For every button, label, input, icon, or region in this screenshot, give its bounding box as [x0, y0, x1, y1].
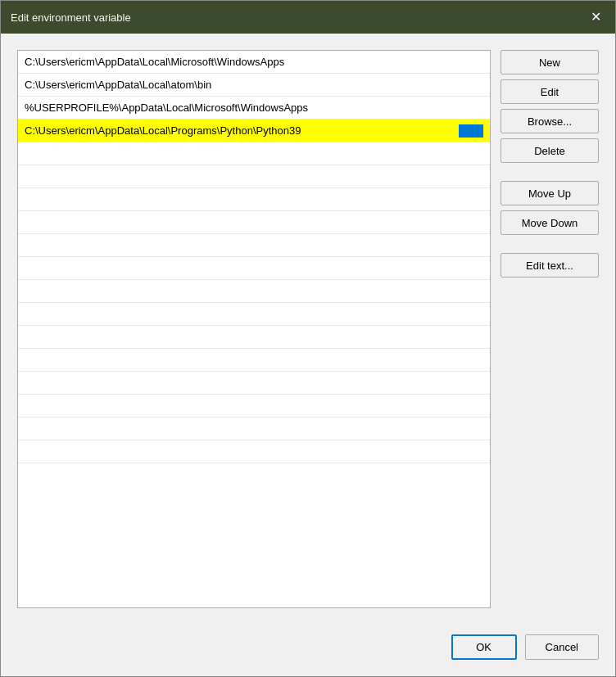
list-item[interactable] — [18, 211, 490, 234]
ok-button[interactable]: OK — [451, 634, 517, 660]
spacer1 — [500, 168, 599, 176]
browse-button[interactable]: Browse... — [500, 109, 599, 133]
list-item[interactable] — [18, 326, 490, 349]
list-item-text: %USERPROFILE%\AppData\Local\Microsoft\Wi… — [25, 102, 483, 114]
move-down-button[interactable]: Move Down — [500, 210, 599, 235]
list-item[interactable] — [18, 234, 490, 257]
list-item[interactable] — [18, 395, 490, 417]
delete-button[interactable]: Delete — [500, 138, 599, 163]
title-bar: Edit environment variable ✕ — [1, 1, 615, 34]
list-item-text: C:\Users\ericm\AppData\Local\Microsoft\W… — [25, 56, 483, 68]
list-item[interactable] — [18, 349, 490, 372]
cancel-button[interactable]: Cancel — [525, 634, 599, 660]
spacer2 — [500, 240, 599, 248]
list-item[interactable] — [18, 142, 490, 165]
edit-text-button[interactable]: Edit text... — [500, 253, 599, 278]
edit-button[interactable]: Edit — [500, 79, 599, 104]
list-item[interactable] — [18, 280, 490, 303]
list-item[interactable]: C:\Users\ericm\AppData\Local\atom\bin — [18, 74, 490, 97]
dialog-body: C:\Users\ericm\AppData\Local\Microsoft\W… — [1, 34, 615, 625]
new-button[interactable]: New — [500, 50, 599, 74]
move-up-button[interactable]: Move Up — [500, 181, 599, 205]
list-item[interactable] — [18, 303, 490, 326]
list-item-text: C:\Users\ericm\AppData\Local\Programs\Py… — [25, 124, 452, 137]
dialog-footer: OK Cancel — [1, 625, 615, 676]
list-item[interactable] — [18, 188, 490, 211]
list-item-text: C:\Users\ericm\AppData\Local\atom\bin — [25, 79, 483, 91]
dialog: Edit environment variable ✕ C:\Users\eri… — [0, 0, 616, 677]
close-button[interactable]: ✕ — [586, 7, 605, 27]
list-item[interactable]: C:\Users\ericm\AppData\Local\Microsoft\W… — [18, 51, 490, 74]
list-item[interactable] — [18, 440, 490, 463]
list-item[interactable] — [18, 417, 490, 440]
env-var-list[interactable]: C:\Users\ericm\AppData\Local\Microsoft\W… — [17, 50, 491, 608]
list-item[interactable] — [18, 372, 490, 395]
scroll-indicator — [459, 124, 483, 138]
list-item[interactable]: C:\Users\ericm\AppData\Local\Programs\Py… — [18, 120, 490, 142]
list-item[interactable] — [18, 165, 490, 188]
list-item[interactable] — [18, 257, 490, 280]
dialog-title: Edit environment variable — [11, 11, 131, 24]
list-item[interactable]: %USERPROFILE%\AppData\Local\Microsoft\Wi… — [18, 97, 490, 120]
buttons-panel: New Edit Browse... Delete Move Up Move D… — [500, 50, 599, 608]
